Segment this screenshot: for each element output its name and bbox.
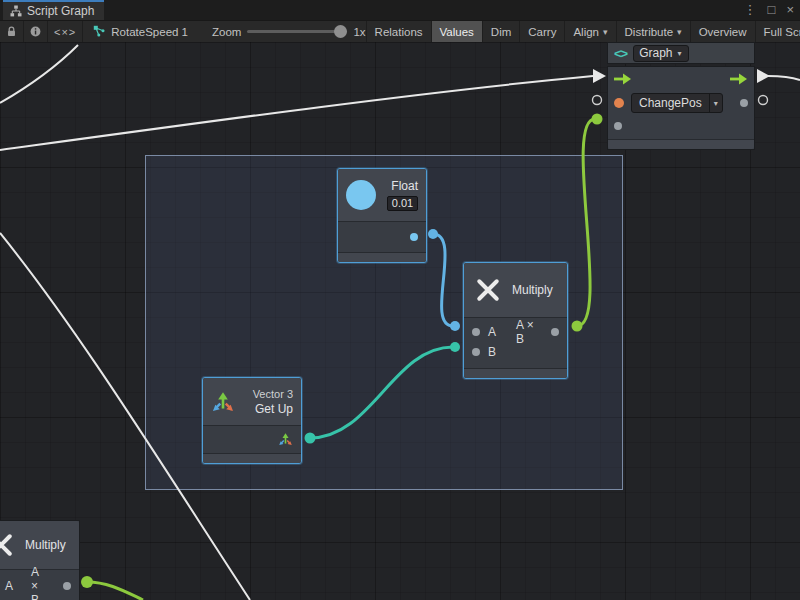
wire-multiply2-output[interactable] [87,582,143,600]
flow-output-arrow[interactable] [757,69,770,83]
graph-unit-body: ChangePos ▾ [607,66,755,150]
graph-unit-header[interactable]: <> Graph ▾ [607,42,755,64]
multiply-node[interactable]: Multiply A A × B B [463,262,568,379]
chevron-down-icon: ▾ [677,27,682,37]
get-up-type-label: Vector 3 [253,388,293,400]
dim-button[interactable]: Dim [482,21,519,42]
float-output-port[interactable] [410,233,418,241]
chevron-down-icon: ▾ [678,49,688,58]
zoom-slider-handle[interactable] [334,25,347,38]
changepos-dropdown[interactable]: ChangePos ▾ [631,93,723,113]
tab-bar: Script Graph ⋮ □ × [0,0,800,20]
code-icon: <×> [54,26,76,38]
overview-button[interactable]: Overview [690,21,755,42]
window-menu-icon[interactable]: ⋮ [744,0,757,20]
get-up-node-title: Get Up [255,402,293,416]
multiply-node-title: Multiply [512,283,553,297]
graph-breadcrumb-icon [93,25,106,38]
changepos-input-port[interactable] [614,98,624,108]
lock-icon [6,25,17,38]
multiply-result-label: A × B [516,318,543,346]
float-node-footer [338,252,426,262]
graph-unit-node[interactable]: <> Graph ▾ [607,42,755,150]
wire-endpoint [592,114,603,125]
script-graph-icon [10,5,22,17]
multiply-node-2[interactable]: Multiply A A × B [0,520,80,600]
zoom-slider[interactable] [247,30,347,33]
multiply-result-port[interactable] [551,328,559,336]
float-node[interactable]: Float 0.01 [337,168,427,263]
chevron-down-icon: ▾ [603,27,608,37]
float-node-header[interactable]: Float 0.01 [338,169,426,221]
get-up-node-header[interactable]: Vector 3 Get Up [203,378,301,425]
float-node-title: Float [391,179,418,193]
output-port[interactable] [740,99,748,107]
window-close-icon[interactable]: × [786,0,794,20]
graph-breadcrumb[interactable]: RotateSpeed 1 [83,21,198,42]
info-button[interactable] [24,21,48,42]
multiply-2-result-label: A × B [31,565,45,600]
zoom-value: 1x [353,26,365,38]
graph-breadcrumb-label: RotateSpeed 1 [111,26,188,38]
zoom-control: Zoom 1x [212,21,366,42]
graph-toolbar: <×> RotateSpeed 1 Zoom 1x Relations Valu… [0,20,800,42]
multiply-node-2-title: Multiply [25,538,66,552]
tab-title: Script Graph [27,4,94,18]
changepos-label: ChangePos [632,96,709,110]
multiply-node-header[interactable]: Multiply [464,263,567,317]
multiply-b-port[interactable] [472,348,480,356]
flow-out-arrow-icon[interactable] [730,73,748,85]
get-up-node[interactable]: Vector 3 Get Up [202,377,302,464]
multiply-icon [474,276,502,304]
wire-white-to-graph-input[interactable] [0,76,593,150]
input-port[interactable] [614,122,622,130]
float-icon [346,180,376,210]
multiply-node-2-header[interactable]: Multiply [0,521,79,569]
graph-canvas[interactable]: <> Graph ▾ [0,42,800,600]
relations-button[interactable]: Relations [366,21,431,42]
multiply-node-footer [464,368,567,378]
code-view-button[interactable]: <×> [48,21,83,42]
multiply-node-ports: A A × B B [464,317,567,368]
value-port-ring-left[interactable] [593,96,602,105]
info-icon [30,25,41,38]
get-up-node-footer [203,453,301,463]
multiply-node-2-ports: A A × B [0,569,79,600]
multiply-2-result-port[interactable] [63,582,71,590]
wire-endpoint [81,576,93,588]
vector3-icon [211,390,235,414]
float-value-field[interactable]: 0.01 [387,196,418,211]
multiply-a-port[interactable] [472,328,480,336]
wire-white-graph-output[interactable] [768,76,800,80]
tab-script-graph[interactable]: Script Graph [3,0,104,20]
wire-white-topleft[interactable] [0,45,78,103]
graph-selector-label: Graph [634,46,677,60]
vector3-output-port[interactable] [278,432,293,447]
get-up-node-ports [203,425,301,453]
code-graph-icon: <> [614,46,627,61]
graph-unit-footer [608,139,754,149]
lock-button[interactable] [0,21,24,42]
script-graph-window: Script Graph ⋮ □ × <×> [0,0,800,600]
multiply-icon [0,531,15,559]
window-maximize-icon[interactable]: □ [768,0,776,20]
multiply-a-label: A [488,325,496,339]
graph-selector-dropdown[interactable]: Graph ▾ [633,45,688,62]
float-node-ports [338,221,426,252]
multiply-2-a-label: A [5,579,13,593]
chevron-down-icon: ▾ [709,94,722,112]
align-dropdown[interactable]: Align▾ [564,21,615,42]
carry-button[interactable]: Carry [519,21,564,42]
fullscreen-button[interactable]: Full Screen [755,21,800,42]
flow-in-arrow-icon[interactable] [614,73,632,85]
zoom-label: Zoom [212,26,241,38]
value-port-ring-right[interactable] [759,96,768,105]
multiply-b-label: B [488,345,496,359]
values-button[interactable]: Values [431,21,482,42]
distribute-dropdown[interactable]: Distribute▾ [616,21,690,42]
flow-input-arrow[interactable] [593,69,606,83]
